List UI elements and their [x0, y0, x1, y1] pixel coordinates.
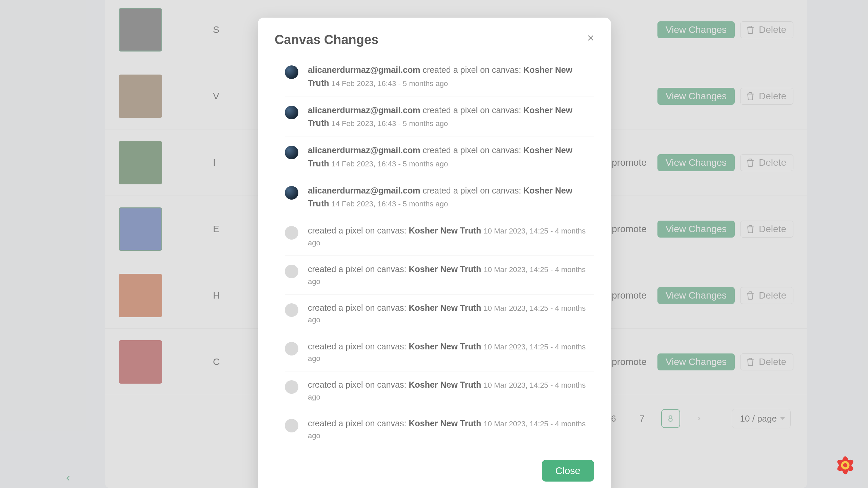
user-avatar: [285, 303, 298, 317]
change-action: created a pixel on canvas:: [308, 226, 406, 235]
close-icon: [586, 33, 595, 43]
change-text: created a pixel on canvas: Kosher New Tr…: [308, 340, 594, 365]
change-list: alicanerdurmaz@gmail.com created a pixel…: [275, 57, 594, 448]
flower-icon: [832, 452, 859, 479]
change-action: created a pixel on canvas:: [422, 105, 521, 115]
change-item: alicanerdurmaz@gmail.com created a pixel…: [285, 97, 594, 137]
change-text: created a pixel on canvas: Kosher New Tr…: [308, 301, 594, 326]
change-action: created a pixel on canvas:: [308, 419, 406, 428]
change-item: created a pixel on canvas: Kosher New Tr…: [285, 217, 594, 256]
change-item: alicanerdurmaz@gmail.com created a pixel…: [285, 177, 594, 218]
change-canvas-name: Kosher New Truth: [409, 264, 481, 274]
change-text: created a pixel on canvas: Kosher New Tr…: [308, 378, 594, 403]
change-user: alicanerdurmaz@gmail.com: [308, 65, 420, 75]
modal-close-button[interactable]: [583, 30, 598, 45]
change-canvas-name: Kosher New Truth: [409, 380, 481, 389]
change-item: created a pixel on canvas: Kosher New Tr…: [285, 294, 594, 333]
change-canvas-name: Kosher New Truth: [409, 303, 481, 312]
modal-footer: Close: [275, 460, 594, 482]
change-timestamp: 14 Feb 2023, 16:43 - 5 months ago: [331, 119, 448, 128]
canvas-changes-modal: Canvas Changes alicanerdurmaz@gmail.com …: [258, 18, 611, 488]
change-text: created a pixel on canvas: Kosher New Tr…: [308, 417, 594, 442]
change-action: created a pixel on canvas:: [422, 65, 521, 75]
change-action: created a pixel on canvas:: [308, 303, 406, 312]
modal-close-confirm-button[interactable]: Close: [542, 460, 594, 482]
change-action: created a pixel on canvas:: [308, 380, 406, 389]
change-text: alicanerdurmaz@gmail.com created a pixel…: [308, 104, 594, 130]
user-avatar: [285, 106, 298, 119]
change-action: created a pixel on canvas:: [422, 145, 521, 155]
change-user: alicanerdurmaz@gmail.com: [308, 105, 420, 115]
change-item: created a pixel on canvas: Kosher New Tr…: [285, 333, 594, 372]
change-user: alicanerdurmaz@gmail.com: [308, 186, 420, 195]
change-text: alicanerdurmaz@gmail.com created a pixel…: [308, 144, 594, 170]
change-text: alicanerdurmaz@gmail.com created a pixel…: [308, 63, 594, 90]
user-avatar: [285, 265, 298, 278]
change-item: created a pixel on canvas: Kosher New Tr…: [285, 410, 594, 448]
react-query-devtools-badge[interactable]: [832, 452, 859, 479]
user-avatar: [285, 342, 298, 355]
user-avatar: [285, 146, 298, 159]
change-item: alicanerdurmaz@gmail.com created a pixel…: [285, 137, 594, 177]
user-avatar: [285, 226, 298, 240]
change-timestamp: 14 Feb 2023, 16:43 - 5 months ago: [331, 79, 448, 88]
user-avatar: [285, 65, 298, 79]
change-timestamp: 14 Feb 2023, 16:43 - 5 months ago: [331, 160, 448, 168]
change-item: created a pixel on canvas: Kosher New Tr…: [285, 371, 594, 410]
change-canvas-name: Kosher New Truth: [409, 342, 481, 351]
user-avatar: [285, 419, 298, 432]
change-action: created a pixel on canvas:: [308, 264, 406, 274]
change-timestamp: 14 Feb 2023, 16:43 - 5 months ago: [331, 200, 448, 208]
change-canvas-name: Kosher New Truth: [409, 419, 481, 428]
change-action: created a pixel on canvas:: [422, 186, 521, 195]
change-canvas-name: Kosher New Truth: [409, 226, 481, 235]
modal-title: Canvas Changes: [275, 33, 594, 47]
change-action: created a pixel on canvas:: [308, 342, 406, 351]
change-text: created a pixel on canvas: Kosher New Tr…: [308, 263, 594, 287]
change-item: created a pixel on canvas: Kosher New Tr…: [285, 256, 594, 294]
change-text: alicanerdurmaz@gmail.com created a pixel…: [308, 184, 594, 210]
change-user: alicanerdurmaz@gmail.com: [308, 145, 420, 155]
svg-point-6: [843, 463, 847, 467]
change-item: alicanerdurmaz@gmail.com created a pixel…: [285, 57, 594, 97]
user-avatar: [285, 380, 298, 394]
user-avatar: [285, 186, 298, 200]
change-text: created a pixel on canvas: Kosher New Tr…: [308, 224, 594, 249]
